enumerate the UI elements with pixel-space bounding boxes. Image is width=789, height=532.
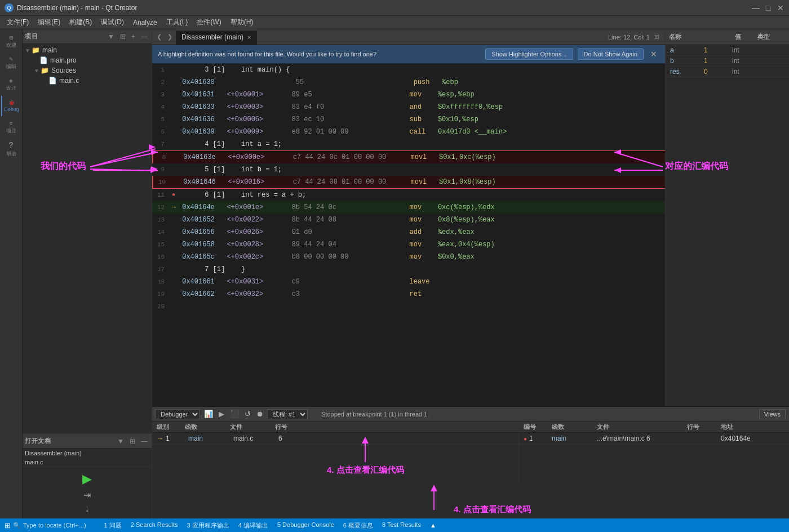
tab-close-disasm[interactable]: ✕ — [247, 34, 251, 41]
sidebar-item-debug[interactable]: 🐞 Debug — [1, 96, 21, 116]
code-line-13: 13 0x401652 <+0x0022> 8b 44 24 08 mov 0x… — [152, 214, 665, 226]
tree-node-main[interactable]: ▼ 📁 main — [23, 45, 152, 55]
menubar: 文件(F)编辑(E)构建(B)调试(D)Analyze工具(L)控件(W)帮助(… — [0, 16, 789, 29]
bp-row-1[interactable]: ● 1 main ...e\main\main.c 6 0x40164e — [519, 433, 789, 445]
status-tab-debugger-console[interactable]: 5 Debugger Console — [273, 520, 339, 531]
code-line-20: 20 — [152, 300, 665, 313]
code-line-5: 5 0x401636 <+0x0006> 83 ec 10 sub $0x10,… — [152, 113, 665, 126]
code-line-3: 3 0x401631 <+0x0001> 89 e5 mov %esp,%ebp — [152, 88, 665, 101]
project-label: 项目 — [6, 127, 16, 135]
code-line-9: 9 5 [1] int b = 1; — [152, 163, 665, 176]
tree-node-mainpro[interactable]: 📄 main.pro — [23, 55, 152, 65]
bp-col-line: 行号 — [687, 423, 721, 431]
sidebar-item-design[interactable]: ◈ 设计 — [1, 74, 21, 95]
code-view[interactable]: 1 3 [1] int main() { 2 0x401630 55 push … — [152, 64, 665, 406]
status-icon[interactable]: ⊞ — [5, 521, 11, 530]
show-highlighter-btn[interactable]: Show Highlighter Options... — [485, 48, 573, 60]
sidebar-item-edit[interactable]: ✎ 编辑 — [1, 53, 21, 73]
var-name-res: res — [670, 68, 704, 76]
status-search-text[interactable]: Type to locate (Ctrl+...) — [23, 522, 86, 529]
tree-tool-btn1[interactable]: ⊞ — [118, 32, 127, 41]
tab-nav-back[interactable]: ❮ — [154, 32, 164, 42]
tree-tool-btn2[interactable]: + — [130, 32, 137, 41]
status-tab-output[interactable]: 3 应用程序输出 — [183, 520, 234, 531]
menu-item-B[interactable]: 构建(B) — [65, 16, 96, 28]
status-tab-compile[interactable]: 4 编译输出 — [234, 520, 273, 531]
debugger-tool-btn4[interactable]: ↺ — [243, 410, 252, 418]
status-tab-problems[interactable]: 1 问题 — [100, 520, 126, 531]
project-panel-toolbar: 项目 ▼ ⊞ + — — [23, 29, 152, 44]
sidebar-item-project[interactable]: ≡ 项目 — [1, 117, 21, 138]
sidebar-item-welcome[interactable]: ⊞ 欢迎 — [1, 32, 21, 52]
tree-node-mainc[interactable]: 📄 main.c — [23, 76, 152, 86]
cs-col-file: 文件 — [230, 423, 275, 431]
menu-item-H[interactable]: 帮助(H) — [226, 16, 258, 28]
cs-row-line: 6 — [278, 435, 312, 442]
tree-node-sources[interactable]: ▼ 📁 Sources — [23, 65, 152, 76]
call-stack-panel: 级别 函数 文件 行号 → 1 main main.c 6 — [152, 422, 518, 485]
bp-col-file: 文件 — [597, 423, 687, 431]
menu-item-W[interactable]: 控件(W) — [192, 16, 225, 28]
debugger-tool-btn5[interactable]: ⏺ — [255, 410, 265, 418]
sidebar-item-help[interactable]: ? 帮助 — [1, 139, 21, 159]
menu-item-D[interactable]: 调试(D) — [96, 16, 128, 28]
cs-col-func: 函数 — [185, 423, 230, 431]
tab-nav-fwd[interactable]: ❯ — [165, 32, 175, 42]
tree-label-main: main — [42, 46, 57, 54]
step-over-button[interactable]: ⇥ — [83, 490, 91, 500]
bp-col-num: 编号 — [524, 423, 552, 431]
open-docs-tool1[interactable]: ⊞ — [128, 437, 137, 446]
debugger-tool-btn2[interactable]: ▶ — [217, 410, 226, 418]
debug-controls: ▶ ⇥ ↓ — [23, 467, 152, 518]
split-editor-btn[interactable]: ⊞ — [654, 33, 659, 41]
tab-disassembler[interactable]: Disassembler (main) ✕ — [176, 30, 257, 45]
notification-close-btn[interactable]: ✕ — [648, 50, 659, 59]
minimize-btn[interactable]: — — [752, 4, 760, 12]
title-text: Disassembler (main) - main - Qt Creator — [17, 4, 137, 12]
code-line-17: 17 7 [1] } — [152, 263, 665, 276]
menu-item-E[interactable]: 编辑(E) — [33, 16, 65, 28]
filter-btn[interactable]: ▼ — [106, 32, 116, 41]
menu-item-L[interactable]: 工具(L) — [162, 16, 193, 28]
tree-tool-btn3[interactable]: — — [139, 32, 149, 41]
views-button[interactable]: Views — [759, 409, 786, 419]
var-row-b: b 1 int — [666, 56, 789, 66]
window-controls: — □ ✕ — [752, 4, 784, 12]
menu-item-F[interactable]: 文件(F) — [2, 16, 33, 28]
open-doc-item-disasm[interactable]: Disassembler (main) — [23, 449, 152, 458]
debug-label: Debug — [4, 107, 19, 112]
code-line-18: 18 0x401661 <+0x0031> c9 leave — [152, 276, 665, 288]
bp-file-1: ...e\main\main.c 6 — [597, 435, 687, 442]
play-button[interactable]: ▶ — [82, 472, 92, 486]
debugger-select[interactable]: Debugger — [156, 409, 200, 419]
do-not-show-btn[interactable]: Do Not Show Again — [578, 48, 644, 60]
var-type-b: int — [732, 57, 760, 65]
open-doc-mainc-label: main.c — [25, 459, 43, 466]
bottom-annotation-text: 4. 点击查看汇编代码 — [454, 504, 531, 515]
code-line-11: 11 ● 6 [1] int res = a + b; — [152, 189, 665, 201]
step-into-button[interactable]: ↓ — [85, 504, 90, 514]
open-docs-title: 打开文档 — [25, 437, 113, 445]
var-table: a 1 int b 1 int res 0 int — [666, 45, 789, 406]
debugger-tool-btn1[interactable]: 📊 — [202, 410, 215, 418]
status-tab-search[interactable]: 2 Search Results — [126, 520, 183, 531]
menu-item-Analyze[interactable]: Analyze — [128, 17, 162, 28]
status-arrow-up[interactable]: ▲ — [430, 522, 436, 529]
bp-dot-1: ● — [524, 436, 527, 442]
up-arrow-icon — [425, 485, 442, 513]
status-tab-tests[interactable]: 8 Test Results — [378, 520, 425, 531]
code-line-8: 8 0x40163e <+0x000e> c7 44 24 0c 01 00 0… — [152, 150, 665, 163]
code-line-1: 1 3 [1] int main() { — [152, 64, 665, 76]
thread-select[interactable]: 线程: #1 — [268, 409, 308, 419]
maximize-btn[interactable]: □ — [764, 4, 772, 12]
debugger-tool-btn3[interactable]: ⬛ — [228, 410, 241, 418]
open-doc-item-mainc[interactable]: main.c — [23, 458, 152, 467]
close-btn[interactable]: ✕ — [777, 4, 784, 12]
open-docs-filter-btn[interactable]: ▼ — [116, 437, 126, 446]
cs-row-arrow: → — [157, 435, 163, 442]
bottom-annotation: 4. 点击查看汇编代码 — [152, 485, 789, 518]
call-stack-row-1[interactable]: → 1 main main.c 6 — [152, 433, 518, 445]
open-docs-tool2[interactable]: — — [139, 437, 149, 446]
status-tab-overview[interactable]: 6 概要信息 — [339, 520, 378, 531]
code-line-16: 16 0x40165c <+0x002c> b8 00 00 00 00 mov… — [152, 251, 665, 263]
